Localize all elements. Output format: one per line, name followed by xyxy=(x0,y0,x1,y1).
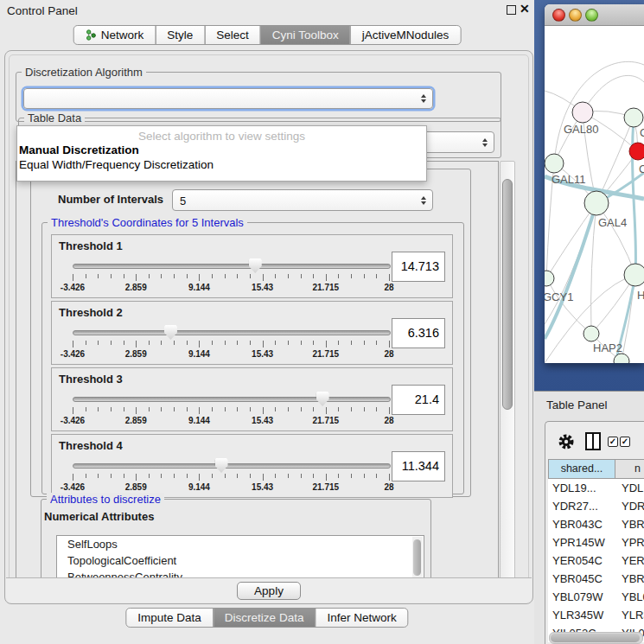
threshold-value-field[interactable]: 6.316 xyxy=(392,318,445,348)
popup-item-equal-width-frequency-discretization[interactable]: Equal Width/Frequency Discretization xyxy=(17,157,426,172)
tick-mark xyxy=(161,341,162,345)
slider-thumb-icon[interactable] xyxy=(164,325,177,340)
table-row[interactable]: YBL079WYBL0 xyxy=(548,588,644,606)
column-header-shared[interactable]: shared... xyxy=(549,460,615,478)
slider[interactable] xyxy=(73,397,389,402)
slider-track[interactable] xyxy=(73,397,391,402)
network-node[interactable] xyxy=(583,326,599,341)
threshold-label: Threshold 1 xyxy=(59,239,123,252)
tab-style[interactable]: Style xyxy=(155,25,205,45)
threshold-value-field[interactable]: 14.713 xyxy=(392,252,445,282)
gear-icon[interactable] xyxy=(558,433,575,450)
threshold-value-field[interactable]: 21.4 xyxy=(392,385,445,415)
split-column-icon[interactable] xyxy=(585,432,601,450)
table-hscrollbar[interactable] xyxy=(549,632,643,644)
slider-track[interactable] xyxy=(73,264,391,269)
tick-mark xyxy=(301,341,302,345)
cell-shared-name: YBL079W xyxy=(548,588,618,606)
thresholds-group-title: Threshold's Coordinates for 5 Intervals xyxy=(48,216,247,229)
table-row[interactable]: YLR345WYLR3 xyxy=(548,606,644,624)
table-row[interactable]: YDR27...YDR2 xyxy=(548,497,644,515)
number-of-intervals-combobox[interactable]: 5 xyxy=(172,189,433,211)
slider[interactable] xyxy=(73,330,389,335)
popup-item-manual-discretization[interactable]: Manual Discretization xyxy=(17,143,426,157)
list-item-topologicalcoefficient[interactable]: TopologicalCoefficient xyxy=(57,552,424,569)
network-node[interactable] xyxy=(545,154,564,173)
number-of-intervals-label: Number of Intervals xyxy=(58,193,163,206)
checkbox-icon[interactable]: ✓ xyxy=(620,437,630,447)
tick-label: 15.43 xyxy=(252,283,273,292)
slider-track[interactable] xyxy=(73,330,391,335)
close-icon[interactable]: ✕ xyxy=(520,2,530,16)
slider[interactable] xyxy=(73,264,389,269)
zoom-traffic-light-icon[interactable] xyxy=(585,9,598,22)
table-hscrollbar-thumb[interactable] xyxy=(551,634,640,642)
tick-mark xyxy=(288,474,289,478)
discretization-algorithm-title: Discretization Algorithm xyxy=(22,66,146,79)
network-window-titlebar[interactable] xyxy=(545,4,644,26)
tick-mark xyxy=(237,474,238,478)
tick-label: 2.859 xyxy=(125,349,147,359)
float-window-icon[interactable] xyxy=(507,5,516,15)
cell-name: YBL0 xyxy=(618,588,644,606)
network-node[interactable] xyxy=(572,102,593,123)
tab-impute-data[interactable]: Impute Data xyxy=(125,608,214,628)
table-row[interactable]: YPR145WYPR1 xyxy=(548,533,644,552)
algorithm-combobox[interactable] xyxy=(23,88,433,109)
slider-track[interactable] xyxy=(73,463,391,469)
slider[interactable] xyxy=(73,463,389,469)
tick-mark xyxy=(364,274,365,278)
table-row[interactable]: YER054CYER0 xyxy=(548,552,644,570)
tick-mark xyxy=(288,407,289,411)
tick-mark xyxy=(212,341,213,345)
apply-button[interactable]: Apply xyxy=(237,582,301,600)
tick-label: -3.426 xyxy=(61,416,85,425)
tick-mark xyxy=(161,474,162,478)
tick-mark xyxy=(275,474,276,478)
threshold-label: Threshold 3 xyxy=(59,373,123,386)
network-node[interactable] xyxy=(624,108,643,127)
tick-mark xyxy=(174,474,175,478)
tick-mark xyxy=(174,274,175,278)
slider-tick-labels: -3.4262.8599.14415.4321.71528 xyxy=(73,349,389,360)
slider-thumb-icon[interactable] xyxy=(249,258,262,273)
tab-discretize-data[interactable]: Discretize Data xyxy=(213,608,316,628)
minimize-traffic-light-icon[interactable] xyxy=(569,9,582,22)
list-scrollbar-thumb[interactable] xyxy=(413,539,421,576)
panel-scrollbar-thumb[interactable] xyxy=(502,179,513,410)
network-node[interactable] xyxy=(584,191,609,215)
network-node[interactable] xyxy=(545,271,554,286)
tick-label: 15.43 xyxy=(252,482,273,492)
cell-name: YER0 xyxy=(618,552,644,570)
table-row[interactable]: YBR043CYBR0 xyxy=(548,515,644,533)
tick-mark xyxy=(301,274,302,278)
network-node[interactable] xyxy=(624,264,644,286)
tab-network[interactable]: Network xyxy=(73,25,156,45)
network-node[interactable] xyxy=(629,143,644,160)
tab-infer-network[interactable]: Infer Network xyxy=(315,608,408,628)
list-scrollbar[interactable] xyxy=(412,537,423,579)
cell-shared-name: YBR043C xyxy=(548,515,618,533)
threshold-value-field[interactable]: 11.344 xyxy=(392,451,445,481)
tab-jactivemnodules[interactable]: jActiveMNodules xyxy=(350,25,462,45)
column-header-name[interactable]: n xyxy=(615,460,644,478)
close-traffic-light-icon[interactable] xyxy=(552,9,565,22)
checkbox-icon[interactable]: ✓ xyxy=(608,437,618,447)
network-canvas[interactable]: GAL80GACGAL11GAL4GCY1HHAP2 xyxy=(545,26,644,363)
table-row[interactable]: YBR045CYBR0 xyxy=(548,570,644,588)
tick-mark xyxy=(187,341,188,345)
threshold-panel: Threshold 1-3.4262.8599.14415.4321.71528… xyxy=(51,234,453,298)
tab-label: Cyni Toolbox xyxy=(272,29,339,41)
list-item-selfloops[interactable]: SelfLoops xyxy=(57,536,424,552)
slider-thumb-icon[interactable] xyxy=(215,458,228,473)
tick-mark xyxy=(338,274,339,278)
slider-thumb-icon[interactable] xyxy=(316,392,329,406)
panel-scrollbar[interactable] xyxy=(500,161,515,580)
control-panel: Control Panel ✕ NetworkStyleSelectCyni T… xyxy=(0,0,534,644)
tick-mark xyxy=(199,341,200,348)
table-row[interactable]: YDL19...YDL1 xyxy=(548,479,644,497)
tick-mark xyxy=(250,474,251,478)
tab-select[interactable]: Select xyxy=(204,25,261,45)
tab-cyni-toolbox[interactable]: Cyni Toolbox xyxy=(260,25,351,45)
tick-label: 28 xyxy=(384,416,393,425)
